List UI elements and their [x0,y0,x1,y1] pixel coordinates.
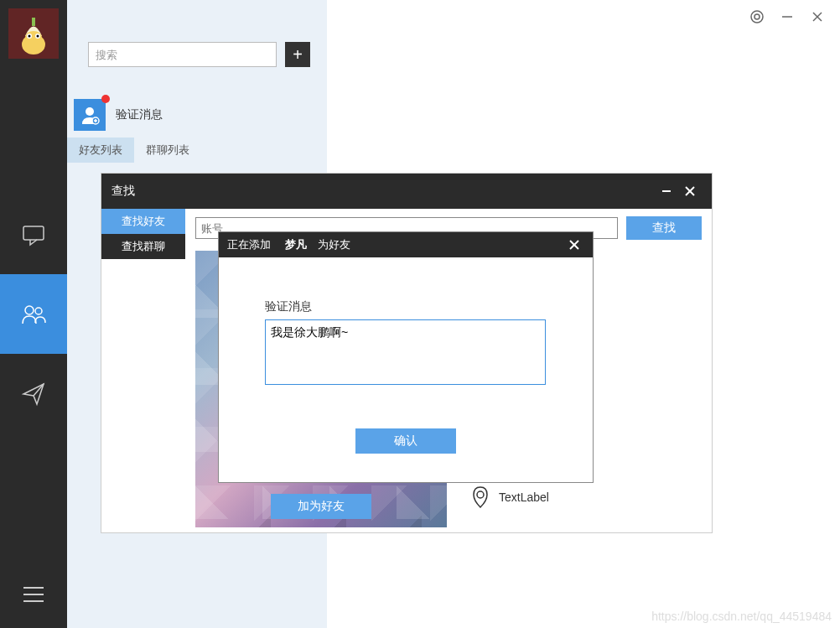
close-icon[interactable] [810,9,825,24]
nav-chat[interactable] [0,195,67,274]
svg-point-13 [751,11,763,23]
nav-menu[interactable] [0,561,67,628]
svg-point-4 [29,35,31,38]
svg-point-25 [477,491,484,498]
nav-send[interactable] [0,354,67,433]
verify-modal: 正在添加 梦凡 为好友 验证消息 确认 [218,231,594,483]
contact-tabs: 好友列表 群聊列表 [67,138,327,163]
confirm-button[interactable]: 确认 [355,428,456,454]
svg-point-9 [35,308,42,314]
notification-dot [101,95,110,103]
verify-modal-close[interactable] [564,235,584,255]
nav-contacts[interactable] [0,274,67,354]
tab-friends[interactable]: 好友列表 [67,138,134,163]
left-sidebar [0,0,67,628]
search-tab-friend[interactable]: 查找好友 [101,209,185,234]
search-input[interactable] [88,42,277,67]
minimize-icon[interactable] [780,9,795,24]
tab-groups[interactable]: 群聊列表 [134,138,201,163]
verify-messages-item[interactable]: 验证消息 [67,92,327,138]
search-button[interactable]: 查找 [626,216,702,240]
verify-modal-title: 正在添加 梦凡 为好友 [227,237,564,252]
search-dialog-title: 查找 [111,184,655,199]
svg-point-18 [86,107,94,116]
svg-rect-6 [32,18,35,26]
verify-message-label: 验证消息 [265,299,547,314]
user-avatar[interactable] [8,8,59,59]
svg-rect-7 [23,226,44,240]
verify-modal-header: 正在添加 梦凡 为好友 [219,232,593,257]
location-icon [470,485,490,509]
search-dialog-sidebar: 查找好友 查找群聊 [101,209,185,532]
search-dialog-minimize[interactable] [655,179,678,203]
verify-icon [74,99,106,131]
result-location: TextLabel [470,485,549,509]
watermark: https://blog.csdn.net/qq_44519484 [651,610,832,623]
settings-icon[interactable] [749,9,765,24]
svg-point-8 [25,306,34,314]
verify-message-input[interactable] [265,319,546,385]
add-button[interactable]: + [285,42,310,67]
svg-point-5 [37,35,39,38]
result-location-text: TextLabel [499,490,549,504]
search-tab-group[interactable]: 查找群聊 [101,234,185,259]
search-dialog-header: 查找 [101,174,712,209]
svg-point-14 [754,14,760,19]
search-dialog-close[interactable] [678,179,702,203]
add-friend-button[interactable]: 加为好友 [271,494,371,519]
verify-label: 验证消息 [116,107,163,122]
